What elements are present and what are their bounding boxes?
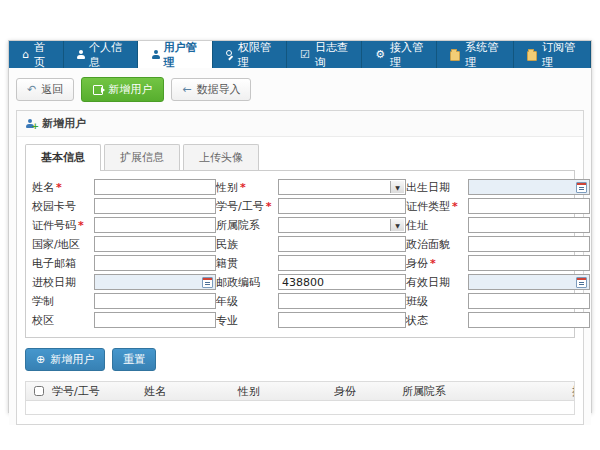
- plus-circle-icon: ⊕: [36, 355, 45, 365]
- form-field-6-0: 学制: [32, 293, 216, 309]
- field-label: 学制: [32, 294, 94, 309]
- text-input[interactable]: [468, 255, 590, 271]
- calendar-icon[interactable]: [202, 277, 213, 288]
- panel-body: 基本信息扩展信息上传头像 姓名*性别*▼出生日期校园卡号学号/工号*证件类型*证…: [17, 137, 583, 424]
- form-field-3-0: 国家/地区: [32, 236, 216, 252]
- date-input[interactable]: [468, 179, 590, 195]
- field-label: 状态: [406, 313, 468, 328]
- nav-item-label: 个人信息: [89, 40, 124, 70]
- tab-1[interactable]: 扩展信息: [104, 144, 180, 170]
- form-field-6-2: 班级: [406, 293, 590, 309]
- form-field-1-2: 证件类型*: [406, 198, 590, 214]
- required-asterisk: *: [430, 257, 436, 270]
- chevron-down-icon[interactable]: ▼: [390, 181, 404, 193]
- table-column-header-3[interactable]: 身份: [330, 384, 398, 399]
- toolbar: ↶ 返回 新增用户 ← 数据导入: [9, 68, 591, 110]
- form-field-7-1: 专业: [216, 312, 406, 328]
- home-icon: ⌂: [22, 49, 29, 60]
- nav-item-label: 权限管理: [238, 40, 273, 70]
- users-table-empty-row: [26, 401, 574, 414]
- nav-item-label: 首页: [34, 40, 50, 70]
- nav-item-6[interactable]: 系统管理: [437, 41, 514, 68]
- nav-item-5[interactable]: ⚙接入管理: [362, 41, 437, 68]
- text-input[interactable]: [94, 236, 216, 252]
- input-value: 438800: [282, 276, 324, 289]
- table-column-header-1[interactable]: 姓名: [140, 384, 234, 399]
- text-input[interactable]: [468, 217, 590, 233]
- add-user-icon: [93, 85, 103, 95]
- form-field-4-2: 身份*: [406, 255, 590, 271]
- field-label: 邮政编码: [216, 275, 278, 290]
- text-input[interactable]: [94, 198, 216, 214]
- nav-item-label: 日志查询: [315, 40, 348, 70]
- data-import-label: 数据导入: [196, 84, 240, 95]
- form-field-4-0: 电子邮箱: [32, 255, 216, 271]
- chevron-down-icon[interactable]: ▼: [390, 219, 404, 231]
- text-input[interactable]: [278, 312, 406, 328]
- text-input[interactable]: [468, 293, 590, 309]
- user-form: 姓名*性别*▼出生日期校园卡号学号/工号*证件类型*证件号码*所属院系▼住址国家…: [32, 179, 568, 328]
- text-input[interactable]: [94, 293, 216, 309]
- text-input[interactable]: [278, 255, 406, 271]
- calendar-icon[interactable]: [576, 277, 587, 288]
- field-label: 籍贯: [216, 256, 278, 271]
- table-column-header-5[interactable]: 操作: [568, 384, 574, 399]
- field-label: 民族: [216, 237, 278, 252]
- reset-button[interactable]: 重置: [112, 348, 156, 371]
- text-input[interactable]: [94, 217, 216, 233]
- text-input[interactable]: [94, 312, 216, 328]
- date-input[interactable]: [468, 274, 590, 290]
- text-input[interactable]: [94, 179, 216, 195]
- calendar-icon[interactable]: [576, 182, 587, 193]
- basic-info-pane: 姓名*性别*▼出生日期校园卡号学号/工号*证件类型*证件号码*所属院系▼住址国家…: [25, 170, 575, 338]
- form-field-2-1: 所属院系▼: [216, 217, 406, 233]
- form-field-4-1: 籍贯: [216, 255, 406, 271]
- nav-item-0[interactable]: ⌂首页: [9, 41, 64, 68]
- table-column-header-4[interactable]: 所属院系: [398, 384, 568, 399]
- submit-add-user-button[interactable]: ⊕ 新增用户: [25, 348, 105, 371]
- nav-item-2[interactable]: 用户管理: [138, 41, 212, 68]
- form-tabs: 基本信息扩展信息上传头像: [25, 144, 575, 170]
- nav-item-4[interactable]: ☑日志查询: [287, 41, 362, 68]
- tab-2[interactable]: 上传头像: [183, 144, 259, 170]
- text-input[interactable]: [468, 198, 590, 214]
- text-input[interactable]: 438800: [278, 274, 406, 290]
- field-label: 姓名*: [32, 180, 94, 195]
- submit-add-user-label: 新增用户: [50, 354, 94, 365]
- select-input[interactable]: ▼: [278, 217, 406, 233]
- users-table-header: 学号/工号姓名性别身份所属院系操作: [26, 382, 574, 401]
- main-nav: ⌂首页个人信息用户管理权限管理☑日志查询⚙接入管理系统管理订阅管理: [9, 41, 591, 68]
- nav-item-7[interactable]: 订阅管理: [514, 41, 591, 68]
- folder-icon: [450, 51, 460, 61]
- form-field-1-1: 学号/工号*: [216, 198, 406, 214]
- field-label: 住址: [406, 218, 468, 233]
- nav-item-1[interactable]: 个人信息: [64, 41, 138, 68]
- text-input[interactable]: [278, 293, 406, 309]
- field-label: 校区: [32, 313, 94, 328]
- form-field-7-2: 状态: [406, 312, 590, 328]
- back-button[interactable]: ↶ 返回: [16, 78, 74, 101]
- back-arrow-icon: ↶: [27, 84, 36, 95]
- table-column-header-2[interactable]: 性别: [234, 384, 330, 399]
- required-asterisk: *: [240, 181, 246, 194]
- text-input[interactable]: [94, 255, 216, 271]
- text-input[interactable]: [468, 236, 590, 252]
- text-input[interactable]: [278, 236, 406, 252]
- select-all-cell: [26, 386, 48, 396]
- text-input[interactable]: [278, 198, 406, 214]
- add-user-toolbar-button[interactable]: 新增用户: [81, 77, 164, 102]
- table-column-header-0[interactable]: 学号/工号: [48, 384, 140, 399]
- key-icon: [226, 50, 233, 59]
- form-field-7-0: 校区: [32, 312, 216, 328]
- field-label: 身份*: [406, 256, 468, 271]
- date-input[interactable]: [94, 274, 216, 290]
- text-input[interactable]: [468, 312, 590, 328]
- nav-item-3[interactable]: 权限管理: [213, 41, 287, 68]
- field-label: 证件类型*: [406, 199, 468, 214]
- field-label: 政治面貌: [406, 237, 468, 252]
- select-all-checkbox[interactable]: [34, 386, 44, 396]
- data-import-button[interactable]: ← 数据导入: [171, 78, 251, 101]
- select-input[interactable]: ▼: [278, 179, 406, 195]
- form-field-5-1: 邮政编码438800: [216, 274, 406, 290]
- tab-0[interactable]: 基本信息: [25, 144, 101, 171]
